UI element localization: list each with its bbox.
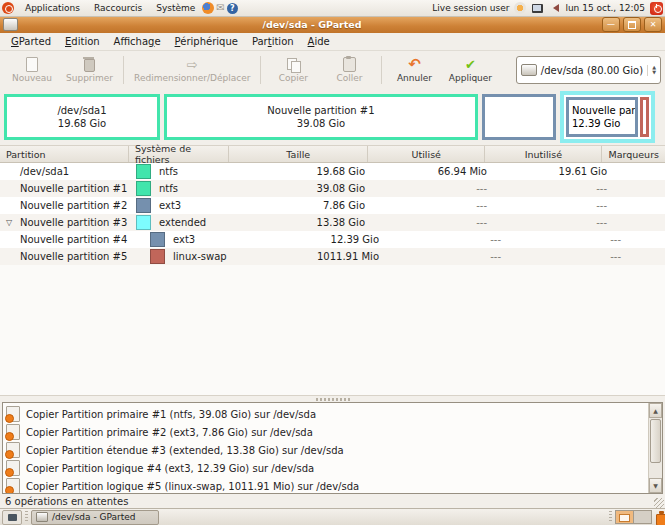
fs-color-ntfs (136, 181, 151, 196)
top-panel: Applications Raccourcis Système ✉ ? Live… (0, 0, 665, 17)
header-used[interactable]: Utilisé (368, 146, 485, 162)
table-row-partition-5[interactable]: Nouvelle partition #5 linux-swap 1011.91… (0, 248, 665, 265)
ubuntu-logo-icon[interactable] (2, 2, 14, 14)
operation-item[interactable]: Copier Partition primaire #1 (ntfs, 39.0… (6, 405, 648, 423)
toolbar-separator (260, 56, 261, 84)
table-row-partition-1[interactable]: Nouvelle partition #1 ntfs 39.08 Gio ---… (0, 180, 665, 197)
menu-affichage[interactable]: Affichage (107, 36, 168, 47)
header-unused[interactable]: Inutilisé (485, 146, 602, 162)
header-partition[interactable]: Partition (0, 146, 129, 162)
operation-copy-icon (6, 424, 20, 440)
new-button[interactable]: Nouveau (4, 55, 60, 85)
close-button[interactable]: ✕ (644, 17, 662, 32)
statusbar: 6 opérations en attentes (0, 494, 665, 509)
header-filesystem[interactable]: Système de fichiers (129, 146, 229, 162)
expander-icon[interactable]: ▽ (6, 218, 17, 227)
taskbar-handle[interactable] (25, 511, 28, 523)
desktop: Applications Raccourcis Système ✉ ? Live… (0, 0, 665, 525)
operation-item[interactable]: Copier Partition logique #4 (ext3, 12.39… (6, 459, 648, 477)
task-button-gparted[interactable]: /dev/sda - GParted (31, 510, 159, 525)
header-flags[interactable]: Marqueurs (602, 146, 665, 162)
menu-aide[interactable]: Aide (301, 36, 337, 47)
visual-partition-4[interactable]: Nouvelle partition #4 12.39 Gio (566, 97, 638, 137)
display-icon[interactable] (531, 2, 543, 14)
operations-scrollbar[interactable]: ▲ ▼ (648, 403, 662, 493)
panel-menu-applications[interactable]: Applications (18, 0, 87, 16)
menu-edition[interactable]: Edition (58, 36, 107, 47)
apply-button[interactable]: ✔ Appliquer (442, 55, 498, 85)
table-row-partition-3[interactable]: ▽Nouvelle partition #3 extended 13.38 Gi… (0, 214, 665, 231)
scroll-up-icon[interactable]: ▲ (649, 403, 662, 418)
clock[interactable]: lun 15 oct., 12:05 (565, 3, 645, 13)
undo-icon: ↶ (408, 57, 421, 72)
session-user-label[interactable]: Live session user (432, 3, 509, 13)
visual-partition-2[interactable] (482, 94, 556, 140)
undo-button[interactable]: ↶ Annuler (386, 55, 442, 85)
device-selector[interactable]: /dev/sda (80.00 Gio) ▲▼ (516, 56, 661, 84)
copy-icon (287, 57, 300, 72)
delete-button[interactable]: Supprimer (60, 55, 119, 85)
menu-gparted[interactable]: GParted (4, 36, 58, 47)
workspace-1[interactable] (616, 511, 633, 523)
gparted-window: /dev/sda - GParted — ✕ GParted Edition A… (0, 16, 665, 510)
menubar: GParted Edition Affichage Périphérique P… (0, 33, 665, 51)
new-partition-icon (26, 57, 38, 72)
table-row-sda1[interactable]: /dev/sda1 ntfs 19.68 Gio 66.94 Mio 19.61… (0, 163, 665, 180)
apply-check-icon: ✔ (465, 57, 476, 72)
fs-color-ext3 (150, 232, 165, 247)
operation-copy-icon (6, 460, 20, 476)
titlebar[interactable]: /dev/sda - GParted — ✕ (0, 16, 665, 33)
paste-icon (343, 57, 356, 72)
mail-icon[interactable]: ✉ (214, 2, 226, 14)
table-row-partition-2[interactable]: Nouvelle partition #2 ext3 7.86 Gio --- … (0, 197, 665, 214)
operation-item[interactable]: Copier Partition logique #5 (linux-swap,… (6, 477, 648, 493)
workspace-switcher[interactable] (615, 510, 652, 524)
operation-copy-icon (6, 406, 20, 422)
user-switcher-icon[interactable] (514, 2, 526, 14)
window-icon (3, 18, 18, 31)
power-icon[interactable] (650, 2, 663, 15)
firefox-icon[interactable] (202, 2, 214, 14)
visual-partition-3-extended[interactable]: Nouvelle partition #4 12.39 Gio (560, 91, 655, 143)
scroll-down-icon[interactable]: ▼ (649, 478, 662, 493)
trash-icon[interactable] (655, 511, 665, 524)
help-icon[interactable]: ? (226, 2, 238, 14)
show-desktop-button[interactable] (2, 510, 22, 525)
resize-move-button[interactable]: ⇨ Redimensionner/Déplacer (128, 55, 256, 85)
visual-partition-sda1[interactable]: /dev/sda1 19.68 Gio (4, 94, 160, 140)
resize-grip[interactable] (654, 498, 664, 508)
panel-menu-raccourcis[interactable]: Raccourcis (87, 0, 149, 16)
operation-copy-icon (6, 442, 20, 458)
spinner-arrows-icon[interactable]: ▲▼ (647, 65, 656, 76)
scrollbar-thumb[interactable] (650, 419, 661, 463)
taskbar-handle[interactable] (609, 511, 612, 523)
operation-item[interactable]: Copier Partition primaire #2 (ext3, 7.86… (6, 423, 648, 441)
table-empty-area (0, 265, 665, 396)
maximize-button[interactable] (623, 17, 641, 32)
visual-partition-1[interactable]: Nouvelle partition #1 39.08 Gio (164, 94, 478, 140)
copy-button[interactable]: Copier (265, 55, 321, 85)
toolbar-separator (123, 56, 124, 84)
device-selector-value: /dev/sda (80.00 Gio) (541, 65, 643, 76)
operation-copy-icon (6, 478, 20, 493)
operation-item[interactable]: Copier Partition étendue #3 (extended, 1… (6, 441, 648, 459)
visual-partition-5-swap[interactable] (640, 97, 649, 137)
menu-peripherique[interactable]: Périphérique (168, 36, 245, 47)
drive-icon (521, 64, 537, 76)
partition-table: Partition Système de fichiers Taille Uti… (0, 145, 665, 265)
panel-menu-systeme[interactable]: Système (149, 0, 202, 16)
workspace-2[interactable] (633, 511, 651, 523)
table-row-partition-4[interactable]: Nouvelle partition #4 ext3 12.39 Gio ---… (0, 231, 665, 248)
minimize-button[interactable]: — (602, 17, 620, 32)
toolbar-separator (381, 56, 382, 84)
gparted-task-icon (36, 512, 48, 522)
fs-color-ntfs (136, 164, 151, 179)
header-size[interactable]: Taille (229, 146, 368, 162)
volume-icon[interactable] (548, 2, 560, 14)
pending-operations-label: 6 opérations en attentes (5, 496, 128, 507)
window-title: /dev/sda - GParted (22, 19, 602, 30)
trash-icon (84, 57, 95, 72)
paste-button[interactable]: Coller (321, 55, 377, 85)
menu-partition[interactable]: Partition (245, 36, 301, 47)
resize-arrow-icon: ⇨ (187, 57, 198, 72)
